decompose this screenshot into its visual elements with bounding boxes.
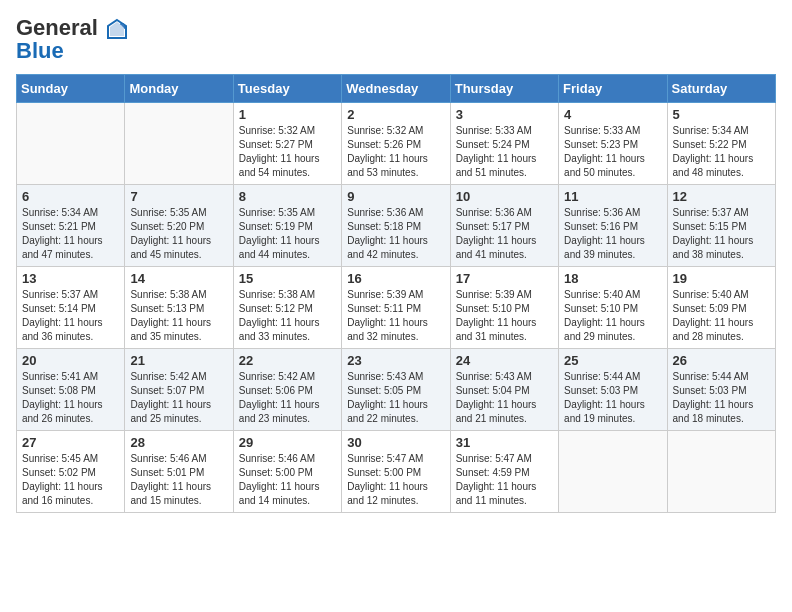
day-content: Sunrise: 5:47 AMSunset: 4:59 PMDaylight:… xyxy=(456,452,553,508)
day-number: 23 xyxy=(347,353,444,368)
day-number: 28 xyxy=(130,435,227,450)
calendar-week-row: 6Sunrise: 5:34 AMSunset: 5:21 PMDaylight… xyxy=(17,185,776,267)
calendar-weekday-header: Tuesday xyxy=(233,75,341,103)
calendar-day-cell: 18Sunrise: 5:40 AMSunset: 5:10 PMDayligh… xyxy=(559,267,667,349)
calendar-week-row: 27Sunrise: 5:45 AMSunset: 5:02 PMDayligh… xyxy=(17,431,776,513)
day-number: 16 xyxy=(347,271,444,286)
calendar-day-cell: 22Sunrise: 5:42 AMSunset: 5:06 PMDayligh… xyxy=(233,349,341,431)
day-content: Sunrise: 5:41 AMSunset: 5:08 PMDaylight:… xyxy=(22,370,119,426)
day-content: Sunrise: 5:32 AMSunset: 5:26 PMDaylight:… xyxy=(347,124,444,180)
day-number: 4 xyxy=(564,107,661,122)
calendar-day-cell xyxy=(17,103,125,185)
day-content: Sunrise: 5:46 AMSunset: 5:01 PMDaylight:… xyxy=(130,452,227,508)
calendar-week-row: 13Sunrise: 5:37 AMSunset: 5:14 PMDayligh… xyxy=(17,267,776,349)
day-number: 21 xyxy=(130,353,227,368)
day-number: 1 xyxy=(239,107,336,122)
calendar-table: SundayMondayTuesdayWednesdayThursdayFrid… xyxy=(16,74,776,513)
day-content: Sunrise: 5:35 AMSunset: 5:20 PMDaylight:… xyxy=(130,206,227,262)
calendar-day-cell: 15Sunrise: 5:38 AMSunset: 5:12 PMDayligh… xyxy=(233,267,341,349)
calendar-weekday-header: Thursday xyxy=(450,75,558,103)
calendar-day-cell: 26Sunrise: 5:44 AMSunset: 5:03 PMDayligh… xyxy=(667,349,775,431)
day-number: 5 xyxy=(673,107,770,122)
day-number: 19 xyxy=(673,271,770,286)
calendar-day-cell: 5Sunrise: 5:34 AMSunset: 5:22 PMDaylight… xyxy=(667,103,775,185)
calendar-day-cell: 21Sunrise: 5:42 AMSunset: 5:07 PMDayligh… xyxy=(125,349,233,431)
day-content: Sunrise: 5:34 AMSunset: 5:21 PMDaylight:… xyxy=(22,206,119,262)
day-content: Sunrise: 5:35 AMSunset: 5:19 PMDaylight:… xyxy=(239,206,336,262)
calendar-day-cell: 31Sunrise: 5:47 AMSunset: 4:59 PMDayligh… xyxy=(450,431,558,513)
calendar-day-cell xyxy=(125,103,233,185)
day-content: Sunrise: 5:47 AMSunset: 5:00 PMDaylight:… xyxy=(347,452,444,508)
calendar-day-cell: 23Sunrise: 5:43 AMSunset: 5:05 PMDayligh… xyxy=(342,349,450,431)
day-number: 2 xyxy=(347,107,444,122)
calendar-day-cell xyxy=(559,431,667,513)
calendar-day-cell: 19Sunrise: 5:40 AMSunset: 5:09 PMDayligh… xyxy=(667,267,775,349)
day-content: Sunrise: 5:32 AMSunset: 5:27 PMDaylight:… xyxy=(239,124,336,180)
calendar-day-cell: 7Sunrise: 5:35 AMSunset: 5:20 PMDaylight… xyxy=(125,185,233,267)
day-number: 10 xyxy=(456,189,553,204)
calendar-weekday-header: Monday xyxy=(125,75,233,103)
page-header: General Blue xyxy=(16,16,776,62)
day-content: Sunrise: 5:45 AMSunset: 5:02 PMDaylight:… xyxy=(22,452,119,508)
day-number: 6 xyxy=(22,189,119,204)
day-number: 29 xyxy=(239,435,336,450)
calendar-day-cell: 11Sunrise: 5:36 AMSunset: 5:16 PMDayligh… xyxy=(559,185,667,267)
calendar-day-cell: 17Sunrise: 5:39 AMSunset: 5:10 PMDayligh… xyxy=(450,267,558,349)
calendar-day-cell: 20Sunrise: 5:41 AMSunset: 5:08 PMDayligh… xyxy=(17,349,125,431)
calendar-day-cell: 8Sunrise: 5:35 AMSunset: 5:19 PMDaylight… xyxy=(233,185,341,267)
day-content: Sunrise: 5:40 AMSunset: 5:09 PMDaylight:… xyxy=(673,288,770,344)
calendar-header-row: SundayMondayTuesdayWednesdayThursdayFrid… xyxy=(17,75,776,103)
calendar-week-row: 20Sunrise: 5:41 AMSunset: 5:08 PMDayligh… xyxy=(17,349,776,431)
day-number: 30 xyxy=(347,435,444,450)
day-content: Sunrise: 5:42 AMSunset: 5:06 PMDaylight:… xyxy=(239,370,336,426)
day-number: 22 xyxy=(239,353,336,368)
calendar-weekday-header: Sunday xyxy=(17,75,125,103)
day-number: 14 xyxy=(130,271,227,286)
calendar-day-cell: 1Sunrise: 5:32 AMSunset: 5:27 PMDaylight… xyxy=(233,103,341,185)
day-content: Sunrise: 5:34 AMSunset: 5:22 PMDaylight:… xyxy=(673,124,770,180)
day-content: Sunrise: 5:44 AMSunset: 5:03 PMDaylight:… xyxy=(564,370,661,426)
day-number: 8 xyxy=(239,189,336,204)
calendar-weekday-header: Friday xyxy=(559,75,667,103)
day-content: Sunrise: 5:36 AMSunset: 5:16 PMDaylight:… xyxy=(564,206,661,262)
day-number: 12 xyxy=(673,189,770,204)
day-content: Sunrise: 5:33 AMSunset: 5:23 PMDaylight:… xyxy=(564,124,661,180)
calendar-day-cell: 3Sunrise: 5:33 AMSunset: 5:24 PMDaylight… xyxy=(450,103,558,185)
day-number: 9 xyxy=(347,189,444,204)
calendar-day-cell: 13Sunrise: 5:37 AMSunset: 5:14 PMDayligh… xyxy=(17,267,125,349)
day-content: Sunrise: 5:46 AMSunset: 5:00 PMDaylight:… xyxy=(239,452,336,508)
day-content: Sunrise: 5:36 AMSunset: 5:17 PMDaylight:… xyxy=(456,206,553,262)
day-number: 31 xyxy=(456,435,553,450)
calendar-day-cell: 14Sunrise: 5:38 AMSunset: 5:13 PMDayligh… xyxy=(125,267,233,349)
day-content: Sunrise: 5:42 AMSunset: 5:07 PMDaylight:… xyxy=(130,370,227,426)
calendar-day-cell: 2Sunrise: 5:32 AMSunset: 5:26 PMDaylight… xyxy=(342,103,450,185)
calendar-day-cell: 25Sunrise: 5:44 AMSunset: 5:03 PMDayligh… xyxy=(559,349,667,431)
day-content: Sunrise: 5:38 AMSunset: 5:12 PMDaylight:… xyxy=(239,288,336,344)
day-number: 13 xyxy=(22,271,119,286)
logo-blue: Blue xyxy=(16,40,64,62)
calendar-day-cell: 4Sunrise: 5:33 AMSunset: 5:23 PMDaylight… xyxy=(559,103,667,185)
day-content: Sunrise: 5:39 AMSunset: 5:10 PMDaylight:… xyxy=(456,288,553,344)
calendar-day-cell: 9Sunrise: 5:36 AMSunset: 5:18 PMDaylight… xyxy=(342,185,450,267)
day-content: Sunrise: 5:44 AMSunset: 5:03 PMDaylight:… xyxy=(673,370,770,426)
calendar-day-cell: 29Sunrise: 5:46 AMSunset: 5:00 PMDayligh… xyxy=(233,431,341,513)
calendar-day-cell xyxy=(667,431,775,513)
calendar-weekday-header: Saturday xyxy=(667,75,775,103)
calendar-day-cell: 16Sunrise: 5:39 AMSunset: 5:11 PMDayligh… xyxy=(342,267,450,349)
day-number: 11 xyxy=(564,189,661,204)
day-number: 26 xyxy=(673,353,770,368)
day-content: Sunrise: 5:43 AMSunset: 5:04 PMDaylight:… xyxy=(456,370,553,426)
calendar-day-cell: 10Sunrise: 5:36 AMSunset: 5:17 PMDayligh… xyxy=(450,185,558,267)
day-content: Sunrise: 5:43 AMSunset: 5:05 PMDaylight:… xyxy=(347,370,444,426)
calendar-day-cell: 24Sunrise: 5:43 AMSunset: 5:04 PMDayligh… xyxy=(450,349,558,431)
day-number: 27 xyxy=(22,435,119,450)
day-number: 18 xyxy=(564,271,661,286)
calendar-weekday-header: Wednesday xyxy=(342,75,450,103)
day-number: 25 xyxy=(564,353,661,368)
day-content: Sunrise: 5:36 AMSunset: 5:18 PMDaylight:… xyxy=(347,206,444,262)
day-content: Sunrise: 5:38 AMSunset: 5:13 PMDaylight:… xyxy=(130,288,227,344)
day-number: 7 xyxy=(130,189,227,204)
day-content: Sunrise: 5:33 AMSunset: 5:24 PMDaylight:… xyxy=(456,124,553,180)
day-number: 3 xyxy=(456,107,553,122)
logo-icon xyxy=(106,18,128,40)
